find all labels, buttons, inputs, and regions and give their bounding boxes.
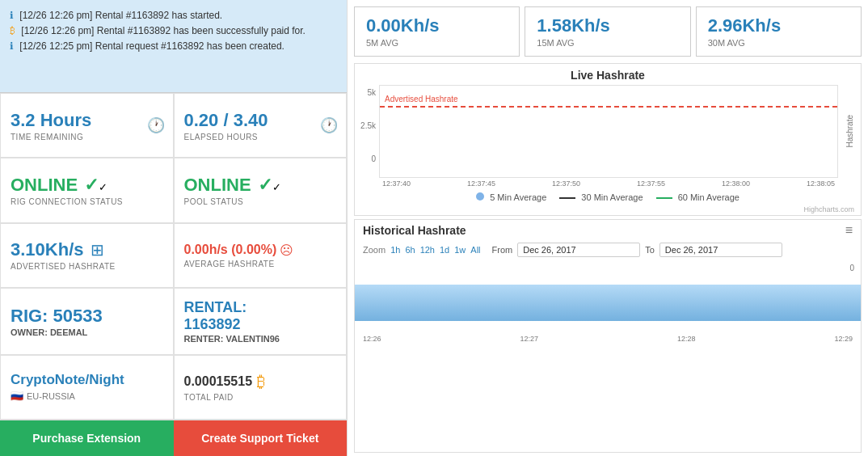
x-axis-labels: 12:37:40 12:37:45 12:37:50 12:37:55 12:3… xyxy=(355,178,861,189)
total-paid-cell: 0.00015515 ₿ TOTAL PAID xyxy=(174,355,348,420)
live-chart-title: Live Hashrate xyxy=(355,64,861,85)
rig-status-value: ONLINE xyxy=(11,175,78,196)
purchase-extension-button[interactable]: Purchase Extension xyxy=(0,420,174,456)
pool-status-cell: ONLINE ✓ POOL STATUS xyxy=(174,158,348,222)
zoom-6h[interactable]: 6h xyxy=(405,245,415,255)
time-remaining-value: 3.2 Hours xyxy=(11,110,163,131)
rental-info-cell: RENTAL:1163892 RENTER: VALENTIN96 xyxy=(174,288,348,354)
log-entry-3: ℹ [12/26 12:25 pm] Rental request #11638… xyxy=(10,39,337,54)
average-hashrate-cell: 0.00h/s (0.00%) ☹ AVERAGE HASHRATE xyxy=(174,223,348,288)
legend-item-5min: 5 Min Average xyxy=(476,192,546,202)
flag-icon: 🇷🇺 xyxy=(11,390,23,402)
log-section: ℹ [12/26 12:26 pm] Rental #1163892 has s… xyxy=(0,0,347,93)
chart-legend: 5 Min Average 30 Min Average 60 Min Aver… xyxy=(355,189,861,205)
bottom-buttons: Purchase Extension Create Support Ticket xyxy=(0,420,347,456)
time-remaining-label: TIME REMAINING xyxy=(11,133,163,141)
hashrate-cards: 0.00Kh/s 5M AVG 1.58Kh/s 15M AVG 2.96Kh/… xyxy=(348,0,868,63)
zoom-1w[interactable]: 1w xyxy=(454,245,466,255)
legend-item-60min: 60 Min Average xyxy=(656,192,739,202)
hist-x-labels: 12:26 12:27 12:28 12:29 xyxy=(355,333,861,343)
pool-status-value: ONLINE xyxy=(184,175,251,196)
rig-owner-value: DEEMAL xyxy=(50,327,87,337)
rig-status-label: RIG CONNECTION STATUS xyxy=(11,197,163,206)
btc-icon-log: ₿ xyxy=(10,25,15,36)
hashrate-card-15m: 1.58Kh/s 15M AVG xyxy=(525,6,690,57)
from-date-input[interactable] xyxy=(517,243,640,257)
rig-info-cell: RIG: 50533 OWNER: DEEMAL xyxy=(0,288,174,354)
rental-renter-value: VALENTIN96 xyxy=(225,334,279,344)
rig-value: RIG: 50533 xyxy=(11,306,163,327)
elapsed-hours-cell: 0.20 / 3.40 ELAPSED HOURS 🕐 xyxy=(174,93,348,158)
hashrate-15m-value: 1.58Kh/s xyxy=(537,15,678,36)
time-remaining-cell: 3.2 Hours TIME REMAINING 🕐 xyxy=(0,93,174,158)
hashrate-30m-label: 30M AVG xyxy=(708,38,849,48)
hist-chart-header: Historical Hashrate ≡ xyxy=(355,220,861,241)
y-label-0: 0 xyxy=(371,154,376,163)
grid-icon: ⊞ xyxy=(91,240,104,260)
advertised-hashrate-cell: 3.10Kh/s ⊞ ADVERTISED HASHRATE xyxy=(0,223,174,288)
log-entry-2: ₿ [12/26 12:26 pm] Rental #1163892 has b… xyxy=(10,23,337,39)
highcharts-credit: Highcharts.com xyxy=(355,205,861,215)
rental-renter-label: RENTER: xyxy=(184,334,224,344)
legend-line-30min xyxy=(559,197,575,199)
advertised-hashrate-value: 3.10Kh/s xyxy=(11,239,84,260)
to-date-input[interactable] xyxy=(659,243,782,257)
sad-face-icon: ☹ xyxy=(280,243,293,258)
rig-owner-label: OWNER: xyxy=(11,327,48,337)
bitcoin-icon: ₿ xyxy=(257,373,265,391)
to-label: To xyxy=(645,245,655,255)
zoom-label: Zoom xyxy=(363,245,386,255)
total-paid-label: TOTAL PAID xyxy=(184,393,337,402)
info-icon-2: ℹ xyxy=(10,40,14,52)
y-label-5k: 5k xyxy=(367,88,376,97)
legend-line-60min xyxy=(656,197,672,199)
create-support-ticket-button[interactable]: Create Support Ticket xyxy=(174,420,348,456)
hist-blue-bar xyxy=(355,285,861,321)
advertised-hashrate-label: ADVERTISED HASHRATE xyxy=(11,262,163,271)
pool-status-label: POOL STATUS xyxy=(184,197,337,206)
rig-owner-sublabel: OWNER: DEEMAL xyxy=(11,327,163,337)
left-panel: ℹ [12/26 12:26 pm] Rental #1163892 has s… xyxy=(0,0,348,456)
hashrate-30m-value: 2.96Kh/s xyxy=(708,15,849,36)
hashrate-15m-label: 15M AVG xyxy=(537,38,678,48)
hist-y-zero: 0 xyxy=(849,264,854,272)
zoom-1h[interactable]: 1h xyxy=(390,245,400,255)
total-paid-value: 0.00015515 xyxy=(184,374,253,389)
average-hashrate-label: AVERAGE HASHRATE xyxy=(184,260,337,268)
zoom-12h[interactable]: 12h xyxy=(420,245,435,255)
from-label: From xyxy=(492,245,513,255)
elapsed-value: 0.20 / 3.40 xyxy=(184,110,337,131)
hist-chart-box: Historical Hashrate ≡ Zoom 1h 6h 12h 1d … xyxy=(354,219,862,453)
log-entry-1: ℹ [12/26 12:26 pm] Rental #1163892 has s… xyxy=(10,8,337,23)
hist-chart-area: 0 xyxy=(355,260,861,333)
clock-icon-time: 🕐 xyxy=(147,116,165,134)
advertised-hashrate-label: Advertised Hashrate xyxy=(385,95,458,103)
stats-grid: 3.2 Hours TIME REMAINING 🕐 0.20 / 3.40 E… xyxy=(0,93,347,420)
average-hashrate-value: 0.00h/s (0.00%) xyxy=(184,243,277,257)
rig-status-cell: ONLINE ✓ RIG CONNECTION STATUS xyxy=(0,158,174,222)
algo-cell: CryptoNote/Night 🇷🇺 EU-RUSSIA xyxy=(0,355,174,420)
rental-value: RENTAL:1163892 xyxy=(184,299,337,333)
rig-check-icon: ✓ xyxy=(84,175,107,196)
pool-check-icon: ✓ xyxy=(258,175,281,196)
hashrate-card-5m: 0.00Kh/s 5M AVG xyxy=(354,6,520,57)
zoom-bar: Zoom 1h 6h 12h 1d 1w All From To xyxy=(355,241,861,260)
y-label-2k5: 2.5k xyxy=(360,121,376,130)
zoom-1d[interactable]: 1d xyxy=(440,245,449,255)
legend-item-30min: 30 Min Average xyxy=(559,192,643,202)
clock-icon-elapsed: 🕐 xyxy=(320,116,338,134)
hist-chart-title: Historical Hashrate xyxy=(363,224,466,237)
live-chart-box: Live Hashrate 5k 2.5k 0 Advertised Hashr… xyxy=(354,63,862,216)
advertised-hashrate-line xyxy=(380,106,837,108)
right-panel: 0.00Kh/s 5M AVG 1.58Kh/s 15M AVG 2.96Kh/… xyxy=(348,0,868,456)
info-icon-1: ℹ xyxy=(10,10,14,21)
hashrate-5m-value: 0.00Kh/s xyxy=(366,15,508,36)
region-label: EU-RUSSIA xyxy=(27,391,75,401)
hashrate-card-30m: 2.96Kh/s 30M AVG xyxy=(696,6,862,57)
hashrate-5m-label: 5M AVG xyxy=(366,38,508,48)
y-axis-title: Hashrate xyxy=(845,115,854,148)
algo-value: CryptoNote/Night xyxy=(11,372,163,388)
hist-menu-icon[interactable]: ≡ xyxy=(845,223,853,238)
rental-renter-sublabel: RENTER: VALENTIN96 xyxy=(184,334,337,344)
zoom-all[interactable]: All xyxy=(470,245,480,255)
